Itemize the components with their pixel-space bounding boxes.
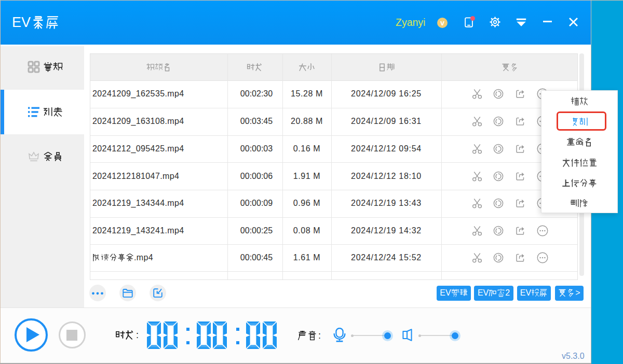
svg-text:v: v xyxy=(440,19,444,27)
